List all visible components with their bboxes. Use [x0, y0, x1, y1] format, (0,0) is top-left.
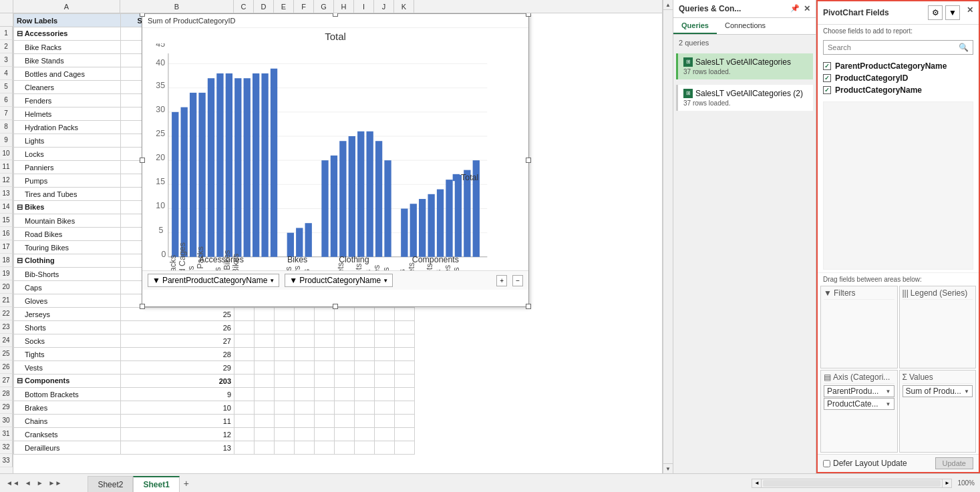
axis-tag-2-arrow: ▼ [886, 401, 891, 407]
svg-text:15: 15 [156, 177, 165, 186]
queries-panel-pin[interactable]: 📌 [790, 4, 800, 13]
field-checkbox-1[interactable]: ✓ [823, 62, 831, 70]
row-num-15: 15 [0, 214, 13, 227]
nav-prev[interactable]: ◄ [23, 478, 33, 488]
svg-rect-47 [428, 194, 434, 257]
axis-tag-2[interactable]: ProductCate... ▼ [824, 398, 894, 410]
field-checkbox-2[interactable]: ✓ [823, 74, 831, 82]
col-header-h: H [334, 0, 354, 13]
legend-area[interactable]: ||| Legend (Series) [899, 286, 977, 368]
svg-text:Pumps: Pumps [213, 267, 222, 270]
row-num-20: 20 [0, 280, 13, 294]
row-num-16: 16 [0, 227, 13, 240]
pivot-expand-btn[interactable]: ▼ [945, 5, 960, 20]
axis-area[interactable]: ▤ Axis (Categori... ParentProdu... ▼ Pro… [820, 370, 898, 453]
field-checkbox-3[interactable]: ✓ [823, 86, 831, 94]
legend-area-icon: ||| [903, 288, 909, 298]
row-num-1: 1 [0, 27, 13, 40]
row-num-31: 31 [0, 427, 13, 441]
table-row[interactable]: Derailleurs 13 [14, 441, 415, 455]
table-row[interactable]: Chains 11 [14, 415, 415, 428]
row-num-12: 12 [0, 174, 13, 187]
row-num-7: 7 [0, 107, 13, 120]
table-row[interactable]: Jerseys 25 [14, 308, 415, 321]
hscroll-left[interactable]: ◄ [752, 479, 762, 488]
filter-btn-1[interactable]: ▼ ParentProductCategoryName ▼ [148, 274, 279, 287]
svg-rect-50 [455, 175, 462, 257]
row-num-22: 22 [0, 307, 13, 320]
queries-panel-close[interactable]: ✕ [804, 4, 810, 13]
pivot-panel-close[interactable]: ✕ [967, 5, 973, 20]
svg-text:Jerseys: Jerseys [293, 266, 302, 270]
filters-area[interactable]: ▼ Filters [820, 286, 898, 368]
filter-area-icon: ▼ [824, 288, 832, 298]
query-item-2[interactable]: ⊞ SalesLT vGetAllCategories (2) 37 rows … [676, 85, 813, 111]
col-header-c: C [234, 0, 254, 13]
axis-tag-1[interactable]: ParentProdu... ▼ [824, 385, 894, 397]
table-row[interactable]: Tights 28 [14, 348, 415, 361]
chart-collapse-btn[interactable]: − [512, 275, 523, 286]
col-header-d: D [254, 0, 274, 13]
svg-rect-39 [349, 136, 355, 257]
row-num-27: 27 [0, 374, 13, 387]
row-num-30: 30 [0, 414, 13, 427]
svg-rect-27 [226, 73, 232, 257]
table-row[interactable]: Vests 29 [14, 361, 415, 375]
row-num-18: 18 [0, 254, 13, 267]
pivot-chart[interactable]: Sum of ProductCategoryID Total 0 5 10 [142, 13, 529, 307]
col-header-a: A [13, 0, 120, 13]
add-sheet-button[interactable]: + [180, 477, 193, 490]
table-row[interactable]: Socks 27 [14, 334, 415, 348]
svg-rect-46 [419, 199, 426, 257]
connections-tab[interactable]: Connections [717, 18, 774, 34]
hscroll-right[interactable]: ► [942, 479, 951, 488]
scroll-up-btn[interactable]: ▲ [663, 0, 673, 10]
row-num-17: 17 [0, 240, 13, 254]
chart-expand-btn[interactable]: + [496, 275, 507, 286]
nav-last[interactable]: ►► [47, 478, 64, 488]
nav-first[interactable]: ◄◄ [4, 478, 21, 488]
pivot-search-input[interactable] [828, 43, 959, 51]
dropdown-icon-2: ▼ [383, 278, 388, 284]
row-num-4: 4 [0, 67, 13, 80]
svg-text:5: 5 [158, 226, 163, 235]
defer-layout-checkbox[interactable]: Defer Layout Update [823, 459, 907, 468]
table-row[interactable]: Shorts 26 [14, 321, 415, 334]
sheet-tab-sheet1[interactable]: Sheet1 [133, 476, 179, 492]
chart-title: Total [142, 28, 528, 43]
query-item-1[interactable]: ⊞ SalesLT vGetAllCategories 37 rows load… [676, 53, 813, 79]
svg-rect-23 [190, 93, 196, 257]
update-button[interactable]: Update [935, 457, 973, 469]
table-row[interactable]: ⊟ Components 203 [14, 375, 415, 388]
pivot-settings-btn[interactable]: ⚙ [928, 5, 943, 20]
table-icon-2: ⊞ [683, 89, 693, 98]
table-row[interactable]: Cranksets 12 [14, 428, 415, 441]
values-tag-1[interactable]: Sum of Produ... ▼ [903, 385, 973, 397]
col-header-j: J [374, 0, 394, 13]
svg-rect-37 [331, 156, 337, 257]
sheet-tab-sheet2[interactable]: Sheet2 [88, 476, 133, 492]
svg-rect-21 [172, 112, 178, 257]
field-item-3[interactable]: ✓ ProductCategoryName [823, 84, 973, 96]
chart-svg: 0 5 10 15 20 25 30 35 40 45 [149, 43, 522, 270]
svg-text:Saddles: Saddles [443, 265, 452, 270]
values-area[interactable]: Σ Values Sum of Produ... ▼ [899, 370, 977, 453]
filter-btn-2[interactable]: ▼ ProductCategoryName ▼ [285, 274, 393, 287]
table-row[interactable]: Bottom Brackets 9 [14, 388, 415, 401]
table-row[interactable]: Brakes 10 [14, 401, 415, 415]
field-item-2[interactable]: ✓ ProductCategoryID [823, 72, 973, 84]
table-icon-1: ⊞ [683, 57, 693, 67]
queries-tab[interactable]: Queries [673, 18, 717, 34]
field-item-1[interactable]: ✓ ParentProductCategoryName [823, 60, 973, 72]
queries-count: 2 queries [673, 35, 816, 51]
svg-text:Wheels: Wheels [452, 267, 461, 270]
svg-text:0: 0 [162, 250, 166, 259]
axis-area-icon: ▤ [824, 373, 831, 382]
svg-text:25: 25 [156, 129, 165, 138]
scroll-down-btn[interactable]: ▼ [663, 463, 673, 473]
svg-rect-40 [357, 132, 364, 257]
nav-next[interactable]: ► [35, 478, 45, 488]
svg-text:40: 40 [156, 58, 165, 67]
svg-rect-32 [271, 69, 277, 257]
svg-rect-31 [261, 73, 268, 257]
